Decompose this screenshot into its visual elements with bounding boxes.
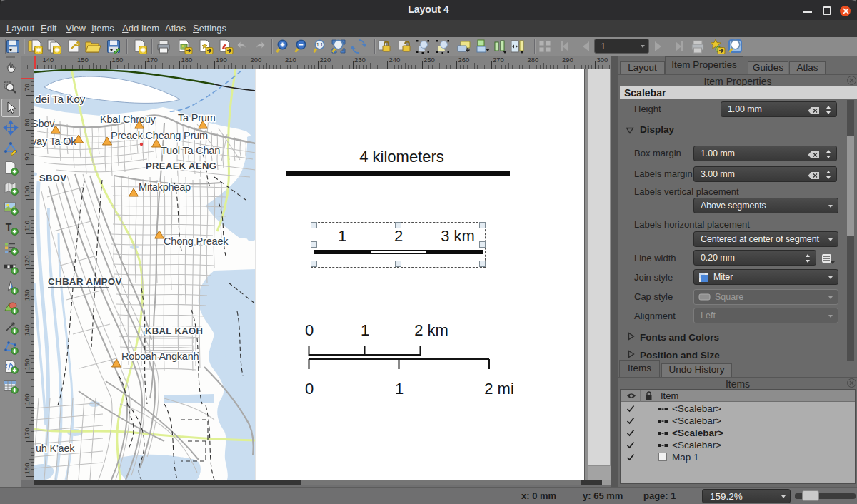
svg-text:Tuol Ta Chan: Tuol Ta Chan xyxy=(161,145,220,156)
svg-text:dei Ta Koy: dei Ta Koy xyxy=(35,93,86,105)
svg-text:Chong Preaek: Chong Preaek xyxy=(164,236,229,247)
svg-text:vay Ta Ok: vay Ta Ok xyxy=(34,136,76,147)
svg-text:Roboah Angkanh: Roboah Angkanh xyxy=(121,351,199,362)
svg-text:Ta Prum: Ta Prum xyxy=(178,112,216,124)
svg-text:CHBAR AMPOV: CHBAR AMPOV xyxy=(48,276,122,287)
svg-text:Kbal Chrouy: Kbal Chrouy xyxy=(100,114,156,125)
svg-text:Mitakpheap: Mitakpheap xyxy=(139,181,191,193)
svg-text:KBAL KAOH: KBAL KAOH xyxy=(145,326,203,336)
svg-text:PREAEK AENG: PREAEK AENG xyxy=(146,161,216,171)
svg-text:Sbov: Sbov xyxy=(34,118,55,129)
svg-text:SBOV: SBOV xyxy=(39,173,66,183)
svg-text:1:1: 1:1 xyxy=(316,42,323,47)
svg-text:uh K'aek: uh K'aek xyxy=(36,443,75,454)
svg-text:Preaek Cheang Prum: Preaek Cheang Prum xyxy=(111,130,208,141)
